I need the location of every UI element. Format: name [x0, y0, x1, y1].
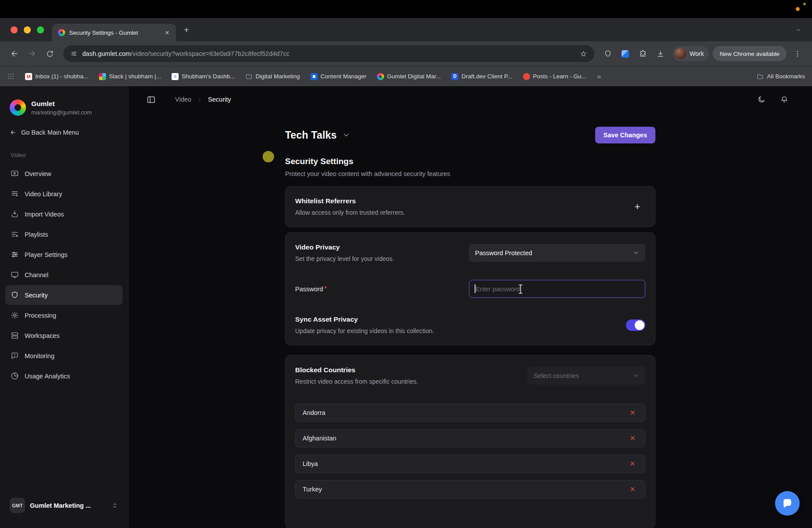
country-row: Libya ✕: [295, 455, 645, 473]
page-head: Tech Talks Save Changes: [285, 127, 655, 143]
save-changes-button[interactable]: Save Changes: [595, 127, 655, 143]
sidebar-item-playlists[interactable]: Playlists: [5, 224, 123, 244]
sidebar-item-import-videos[interactable]: Import Videos: [5, 204, 123, 224]
sidebar-item-label: Workspaces: [25, 332, 60, 339]
video-privacy-card: Video Privacy Set the privacy level for …: [285, 232, 655, 345]
bookmark-gumlet-digital[interactable]: Gumlet Digital Mar...: [377, 73, 441, 80]
all-bookmarks-button[interactable]: All Bookmarks: [757, 73, 805, 80]
bookmark-posts[interactable]: Posts - Learn - Gu...: [523, 73, 587, 80]
main-area: Video Security: [128, 86, 812, 528]
tab-search-button[interactable]: [792, 23, 805, 37]
profile-avatar: [675, 48, 686, 59]
breadcrumb-parent[interactable]: Video: [175, 96, 191, 103]
sidebar-item-video-library[interactable]: Video Library: [5, 184, 123, 204]
screen: Security Settings - Gumlet ✕ + dash.guml…: [0, 0, 812, 528]
site-settings-icon[interactable]: [70, 50, 77, 57]
forward-button[interactable]: [24, 45, 40, 62]
sidebar-item-overview[interactable]: Overview: [5, 164, 123, 183]
bookmark-content-manager[interactable]: Content Manager: [311, 73, 366, 80]
theme-toggle-button[interactable]: [755, 93, 768, 106]
sidebar-item-usage-analytics[interactable]: Usage Analytics: [5, 366, 123, 386]
bookmark-label: Digital Marketing: [256, 73, 300, 80]
browser-tab[interactable]: Security Settings - Gumlet ✕: [52, 24, 176, 41]
bookmark-digital-marketing[interactable]: Digital Marketing: [245, 73, 300, 80]
add-referrer-button[interactable]: +: [629, 199, 645, 215]
country-row: Turkey ✕: [295, 480, 645, 499]
support-chat-button[interactable]: [775, 491, 800, 516]
country-name: Andorra: [303, 409, 627, 416]
close-window-button[interactable]: [11, 26, 18, 33]
slack-favicon: [99, 73, 106, 80]
pinned-extension-button[interactable]: [617, 45, 634, 62]
reload-button[interactable]: [41, 45, 58, 62]
bookmark-label: Inbox (1) - shubha...: [35, 73, 88, 80]
minimize-window-button[interactable]: [24, 26, 31, 33]
bookmark-dashboard[interactable]: ≡ Shubham's Dashb...: [172, 73, 235, 80]
password-label: Password: [295, 286, 323, 293]
workspace-switcher[interactable]: GMT Gumlet Marketing ...: [5, 491, 123, 528]
kebab-menu-icon: [794, 50, 801, 58]
bookmark-inbox[interactable]: M Inbox (1) - shubha...: [25, 73, 88, 80]
remove-country-button[interactable]: ✕: [627, 458, 638, 469]
select-countries-dropdown[interactable]: Select countries: [527, 367, 645, 385]
shield-icon: [11, 291, 19, 299]
bookmark-star-icon[interactable]: [580, 50, 587, 58]
url-text: dash.gumlet.com/video/security?workspace…: [82, 50, 575, 57]
monitoring-icon: [11, 352, 19, 360]
zoom-window-button[interactable]: [37, 26, 44, 33]
apps-grid-icon[interactable]: [7, 73, 15, 80]
chevron-down-icon: [633, 372, 639, 379]
puzzle-icon: [639, 50, 647, 58]
bookmark-slack[interactable]: Slack | shubham |...: [99, 73, 161, 80]
header-actions: [755, 93, 791, 106]
sidebar-item-label: Import Videos: [25, 211, 64, 218]
bookmark-draftdev[interactable]: D Draft.dev Client P...: [451, 73, 512, 80]
go-back-main-menu-link[interactable]: Go Back Main Menu: [5, 129, 123, 136]
address-bar[interactable]: dash.gumlet.com/video/security?workspace…: [63, 45, 594, 62]
privacy-shield-button[interactable]: [600, 45, 616, 62]
bookmarks-overflow-chevron[interactable]: »: [597, 72, 601, 81]
notifications-button[interactable]: [778, 93, 791, 106]
downloads-button[interactable]: [652, 45, 669, 62]
browser-toolbar: dash.gumlet.com/video/security?workspace…: [0, 41, 812, 66]
content-manager-favicon: [311, 73, 318, 80]
sidebar-item-processing[interactable]: Processing: [5, 305, 123, 325]
mac-titlebar: [0, 0, 812, 18]
ibeam-cursor: [518, 284, 523, 294]
new-tab-button[interactable]: +: [179, 23, 194, 37]
sidebar-toggle-button[interactable]: [143, 92, 158, 107]
chevron-down-icon: [795, 27, 801, 33]
password-input[interactable]: [469, 280, 645, 298]
profile-label: Work: [690, 50, 704, 57]
blocked-countries-card: Blocked Countries Restrict video access …: [285, 355, 655, 528]
posts-favicon: [523, 73, 530, 80]
page-content: Tech Talks Save Changes Security Setting…: [285, 113, 655, 528]
chrome-update-button[interactable]: New Chrome available: [713, 46, 786, 61]
extensions-button[interactable]: [635, 45, 651, 62]
bookmark-label: Gumlet Digital Mar...: [387, 73, 441, 80]
video-library-icon: [11, 190, 19, 198]
remove-country-button[interactable]: ✕: [627, 484, 638, 495]
collection-selector[interactable]: Tech Talks: [285, 129, 350, 141]
sync-privacy-title: Sync Asset Privacy: [295, 315, 626, 323]
remove-country-button[interactable]: ✕: [627, 433, 638, 444]
remove-country-button[interactable]: ✕: [627, 407, 638, 418]
tab-strip: Security Settings - Gumlet ✕ +: [0, 18, 812, 41]
sync-privacy-toggle[interactable]: [626, 319, 645, 331]
back-button[interactable]: [6, 45, 23, 62]
brand-email: marketing@gumlet.com: [31, 109, 91, 116]
url-path: /video/security?workspace=63e0a977b2c8fe…: [131, 50, 289, 57]
profile-button[interactable]: Work: [673, 46, 709, 61]
sidebar-item-label: Usage Analytics: [25, 373, 70, 380]
privacy-level-select[interactable]: Password Protected: [469, 244, 645, 262]
sidebar-item-player-settings[interactable]: Player Settings: [5, 245, 123, 264]
country-row: Andorra ✕: [295, 403, 645, 422]
browser-menu-button[interactable]: [789, 45, 806, 62]
sidebar-item-channel[interactable]: Channel: [5, 265, 123, 285]
sidebar-item-security[interactable]: Security: [5, 285, 123, 305]
required-marker: *: [324, 285, 327, 293]
tab-close-icon[interactable]: ✕: [163, 28, 172, 37]
sidebar-item-monitoring[interactable]: Monitoring: [5, 346, 123, 366]
country-row: Afghanistan ✕: [295, 429, 645, 447]
sidebar-item-workspaces[interactable]: Workspaces: [5, 326, 123, 345]
